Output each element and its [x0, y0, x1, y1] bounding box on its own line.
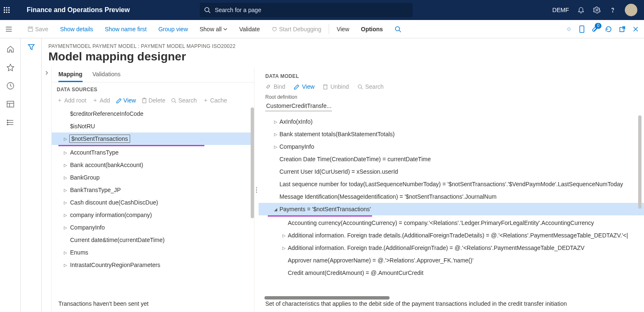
- ds-tree-item[interactable]: ▷BankGroup: [52, 171, 254, 184]
- dm-view-button[interactable]: View: [294, 83, 314, 90]
- save-button[interactable]: Save: [22, 26, 54, 32]
- splitter[interactable]: [254, 67, 259, 312]
- modules-icon[interactable]: [6, 118, 15, 127]
- user-avatar[interactable]: [625, 4, 637, 16]
- attachments-icon[interactable]: 0: [591, 25, 598, 33]
- horizontal-scrollbar[interactable]: [264, 296, 390, 300]
- scrollbar[interactable]: [638, 115, 641, 209]
- dm-tree-item[interactable]: ▷AxInfo(xInfo): [259, 115, 644, 128]
- ds-tree-item[interactable]: ▷Bank account(bankAccount): [52, 159, 254, 171]
- ds-view-button[interactable]: View: [116, 97, 136, 104]
- show-name-first-button[interactable]: Show name first: [99, 26, 152, 32]
- root-definition-value[interactable]: CustomerCreditTransfe...: [265, 101, 332, 111]
- attachments-count: 0: [595, 23, 601, 29]
- app-launcher-icon[interactable]: [3, 7, 23, 13]
- workspace-icon[interactable]: [6, 100, 15, 108]
- svg-rect-5: [8, 10, 10, 11]
- show-details-button[interactable]: Show details: [54, 26, 99, 32]
- svg-point-9: [205, 7, 209, 12]
- svg-point-12: [612, 12, 613, 12]
- refresh-icon[interactable]: [605, 25, 612, 33]
- ds-tree-item[interactable]: ▷Enums: [52, 246, 254, 259]
- global-search-input[interactable]: [200, 3, 413, 17]
- link-icon[interactable]: [566, 26, 572, 32]
- ds-tree-item[interactable]: $creditorReferenceInfoCode: [52, 107, 254, 120]
- dm-tree-item[interactable]: ▷Additional information. Foreign trade d…: [259, 229, 644, 242]
- dm-tree-item[interactable]: ▷CompanyInfo: [259, 140, 644, 153]
- dm-tree-item[interactable]: Current User Id(CurUserId) = xSession.us…: [259, 165, 644, 178]
- ds-search-button[interactable]: Search: [171, 97, 196, 104]
- dm-tree-item[interactable]: Accounting currency(AccountingCurrency) …: [259, 217, 644, 229]
- dm-tree-item[interactable]: Message Identification(MessageIdentifica…: [259, 190, 644, 203]
- ds-tree-item[interactable]: ▷company information(company): [52, 209, 254, 221]
- bind-button[interactable]: Bind: [265, 83, 285, 90]
- svg-rect-2: [8, 7, 10, 8]
- dm-tree-item[interactable]: Approver name(ApproverName) = @.'>Relati…: [259, 254, 644, 267]
- ds-tree-item[interactable]: ▷AccountTransType: [52, 146, 254, 159]
- svg-line-10: [209, 11, 210, 13]
- nav-toggle-icon[interactable]: [5, 25, 22, 33]
- svg-line-48: [361, 87, 362, 89]
- unbind-button[interactable]: Unbind: [323, 83, 349, 90]
- company-code[interactable]: DEMF: [552, 7, 569, 13]
- show-all-dropdown[interactable]: Show all: [194, 26, 234, 32]
- svg-rect-17: [29, 27, 31, 28]
- svg-point-36: [7, 120, 8, 121]
- svg-line-20: [276, 27, 277, 28]
- dm-tree-item[interactable]: ▷Additional information. Foreign trade.(…: [259, 242, 644, 254]
- svg-rect-8: [8, 12, 10, 13]
- group-view-button[interactable]: Group view: [153, 26, 194, 32]
- ds-tree-item[interactable]: ▷CompanyInfo: [52, 221, 254, 234]
- cache-button[interactable]: ＋ Cache: [203, 97, 227, 104]
- tab-mapping[interactable]: Mapping: [58, 67, 83, 82]
- phone-icon[interactable]: [579, 25, 585, 33]
- delete-button[interactable]: Delete: [142, 97, 165, 104]
- dm-tree-item[interactable]: ◢Payments = '$notSentTransactions': [259, 203, 644, 215]
- bell-icon[interactable]: [577, 6, 585, 14]
- add-button[interactable]: ＋ Add: [92, 97, 110, 104]
- svg-rect-4: [6, 10, 8, 11]
- root-definition-label: Root definition: [259, 94, 644, 100]
- svg-rect-40: [143, 99, 146, 103]
- dm-tree-item[interactable]: Credit amount(CreditAmount) = @.AmountCu…: [259, 267, 644, 279]
- svg-marker-39: [28, 45, 34, 50]
- ds-footer-note: Transactions haven't been sent yet: [52, 292, 254, 312]
- svg-line-22: [399, 30, 401, 32]
- filter-icon[interactable]: [28, 43, 35, 312]
- ds-tree-item[interactable]: $isNotRU: [52, 120, 254, 132]
- svg-rect-7: [6, 12, 8, 13]
- search-cmd-icon[interactable]: [389, 26, 407, 32]
- ds-tree-item[interactable]: Current date&time(currentDateTime): [52, 234, 254, 246]
- svg-rect-23: [580, 26, 584, 32]
- help-icon[interactable]: [609, 6, 616, 14]
- dm-tree-item[interactable]: Last sequence number for today(LastSeque…: [259, 178, 644, 190]
- close-icon[interactable]: [632, 26, 639, 32]
- ds-tree-item[interactable]: ▷BankTransType_JP: [52, 184, 254, 196]
- dm-tree-item[interactable]: ▷Bank statement totals(BankStatementTota…: [259, 128, 644, 140]
- svg-rect-1: [6, 7, 8, 8]
- ds-tree-item[interactable]: ▷IntrastatCountryRegionParameters: [52, 259, 254, 271]
- ds-tree-item[interactable]: ▷Cash discount due(CashDiscDue): [52, 196, 254, 209]
- popout-icon[interactable]: [619, 26, 626, 32]
- home-icon[interactable]: [6, 45, 15, 53]
- dm-search-button[interactable]: Search: [357, 83, 384, 90]
- add-root-button[interactable]: ＋ Add root: [57, 97, 86, 104]
- breadcrumb: PAYMENTMODEL PAYMENT MODEL : PAYMENT MOD…: [42, 38, 644, 49]
- chevron-right-icon[interactable]: [45, 71, 49, 312]
- svg-rect-16: [28, 27, 33, 31]
- data-sources-label: DATA SOURCES: [52, 82, 254, 95]
- options-button[interactable]: Options: [355, 26, 389, 32]
- clock-icon[interactable]: [6, 82, 15, 90]
- ds-tree-item[interactable]: ▷$notSentTransactions: [52, 132, 254, 145]
- scrollbar[interactable]: [251, 107, 254, 218]
- dm-tree-item[interactable]: Creation Date Time(CreationDateTime) = c…: [259, 153, 644, 165]
- svg-rect-3: [4, 10, 5, 11]
- svg-point-21: [395, 27, 400, 31]
- tab-validations[interactable]: Validations: [93, 67, 121, 82]
- gear-icon[interactable]: [593, 6, 601, 14]
- start-debugging-button[interactable]: Start Debugging: [266, 26, 327, 32]
- svg-point-38: [7, 124, 8, 125]
- star-icon[interactable]: [6, 63, 15, 72]
- validate-button[interactable]: Validate: [233, 26, 266, 32]
- view-button[interactable]: View: [331, 26, 355, 32]
